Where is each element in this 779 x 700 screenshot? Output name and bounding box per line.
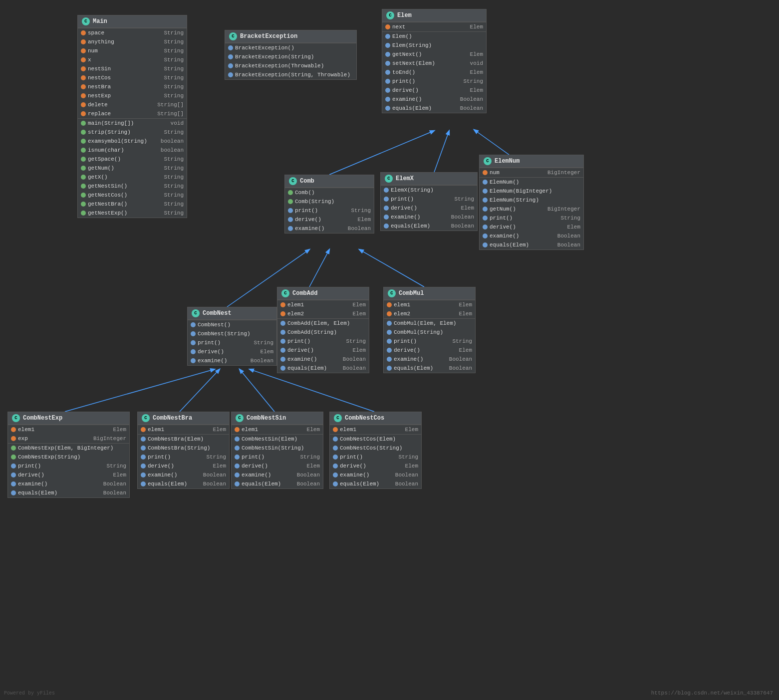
table-row: CombAdd(String) bbox=[277, 328, 369, 337]
table-row: CombMul(Elem, Elem) bbox=[384, 319, 475, 328]
table-row: nestSinString bbox=[78, 64, 187, 73]
table-row: nestExpString bbox=[78, 91, 187, 100]
table-row: derive()Elem bbox=[382, 86, 486, 95]
vis-icon bbox=[11, 446, 16, 451]
vis-icon bbox=[483, 216, 488, 221]
vis-icon bbox=[387, 302, 392, 307]
table-row: nestBraString bbox=[78, 82, 187, 91]
table-row: CombAdd(Elem, Elem) bbox=[277, 319, 369, 328]
vis-icon bbox=[141, 464, 146, 468]
class-comb-header: C Comb bbox=[285, 175, 374, 188]
vis-icon bbox=[81, 30, 86, 35]
vis-icon bbox=[333, 446, 338, 451]
class-combnestcos-fields: elem1Elem bbox=[330, 425, 421, 434]
vis-icon bbox=[333, 464, 338, 468]
vis-icon bbox=[81, 211, 86, 216]
table-row: examine()Boolean bbox=[285, 224, 374, 233]
vis-icon bbox=[81, 130, 86, 135]
vis-icon bbox=[228, 45, 233, 50]
class-combnestexp-title: CombNestExp bbox=[23, 415, 62, 422]
table-row: examine()Boolean bbox=[8, 479, 129, 488]
vis-icon bbox=[483, 170, 488, 175]
vis-icon bbox=[333, 481, 338, 486]
vis-icon bbox=[235, 464, 240, 468]
table-row: examsymbol(String)boolean bbox=[78, 137, 187, 146]
table-row: elem1Elem bbox=[330, 425, 421, 434]
vis-icon bbox=[387, 348, 392, 353]
table-row: getNum()String bbox=[78, 164, 187, 173]
table-row: print()String bbox=[188, 338, 276, 347]
class-icon-combnestbra: C bbox=[142, 414, 150, 422]
table-row: examine()Boolean bbox=[382, 95, 486, 104]
table-row: derive()Elem bbox=[138, 462, 229, 470]
class-main-methods: main(String[])void strip(String)String e… bbox=[78, 118, 187, 218]
vis-icon bbox=[235, 437, 240, 442]
table-row: examine()Boolean bbox=[381, 213, 477, 222]
vis-icon bbox=[288, 217, 293, 222]
class-combnestbra-title: CombNestBra bbox=[153, 415, 192, 422]
vis-icon bbox=[483, 225, 488, 230]
table-row: examine()Boolean bbox=[277, 355, 369, 364]
vis-icon bbox=[81, 111, 86, 116]
vis-icon bbox=[280, 302, 285, 307]
table-row: CombNestBra(String) bbox=[138, 444, 229, 453]
table-row: print()String bbox=[277, 337, 369, 346]
vis-icon bbox=[384, 197, 389, 202]
vis-icon bbox=[191, 349, 196, 354]
class-combadd-fields: elem1Elem elem2Elem bbox=[277, 300, 369, 318]
vis-icon bbox=[385, 61, 390, 66]
table-row: equals(Elem)Boolean bbox=[480, 240, 583, 249]
table-row: replaceString[] bbox=[78, 109, 187, 118]
vis-icon bbox=[387, 321, 392, 326]
class-combmul-title: CombMul bbox=[399, 290, 424, 297]
class-icon-elemx: C bbox=[385, 175, 393, 183]
table-row: getX()String bbox=[78, 173, 187, 182]
vis-icon bbox=[483, 233, 488, 238]
vis-icon bbox=[191, 322, 196, 327]
svg-line-4 bbox=[359, 249, 424, 287]
class-icon-combnestcos: C bbox=[334, 414, 342, 422]
vis-icon bbox=[81, 121, 86, 126]
class-combmul: C CombMul elem1Elem elem2Elem CombMul(El… bbox=[383, 287, 476, 373]
class-combadd: C CombAdd elem1Elem elem2Elem CombAdd(El… bbox=[277, 287, 369, 373]
class-combnestbra-methods: CombNestBra(Elem) CombNestBra(String) pr… bbox=[138, 434, 229, 488]
vis-icon bbox=[280, 366, 285, 371]
table-row: equals(Elem)Boolean bbox=[8, 488, 129, 497]
class-combnestexp-methods: CombNestExp(Elem, BigInteger) CombNestEx… bbox=[8, 443, 129, 497]
vis-icon bbox=[81, 184, 86, 189]
table-row: elem1Elem bbox=[277, 300, 369, 309]
class-combnestsin-fields: elem1Elem bbox=[232, 425, 323, 434]
vis-icon bbox=[387, 357, 392, 362]
class-combnestexp-fields: elem1Elem expBigInteger bbox=[8, 425, 129, 443]
table-row: CombNestExp(Elem, BigInteger) bbox=[8, 444, 129, 453]
vis-icon bbox=[141, 427, 146, 432]
table-row: elem1Elem bbox=[384, 300, 475, 309]
vis-icon bbox=[228, 54, 233, 59]
class-icon-combadd: C bbox=[281, 289, 289, 297]
class-combadd-header: C CombAdd bbox=[277, 287, 369, 300]
vis-icon bbox=[333, 472, 338, 477]
table-row: CombNestSin(String) bbox=[232, 444, 323, 453]
class-combmul-header: C CombMul bbox=[384, 287, 475, 300]
class-elem-fields: nextElem bbox=[382, 22, 486, 31]
table-row: Elem() bbox=[382, 32, 486, 41]
table-row: examine()Boolean bbox=[188, 356, 276, 365]
vis-icon bbox=[384, 215, 389, 220]
class-main-header: C Main bbox=[78, 15, 187, 28]
class-icon-comb: C bbox=[289, 177, 297, 185]
class-combnestsin-header: C CombNestSin bbox=[232, 412, 323, 425]
vis-icon bbox=[141, 455, 146, 460]
class-combnestcos: C CombNestCos elem1Elem CombNestCos(Elem… bbox=[329, 412, 422, 489]
table-row: setNext(Elem)void bbox=[382, 59, 486, 68]
vis-icon bbox=[280, 330, 285, 335]
table-row: CombNest() bbox=[188, 320, 276, 329]
vis-icon bbox=[81, 66, 86, 71]
class-combnestbra-fields: elem1Elem bbox=[138, 425, 229, 434]
table-row: getSpace()String bbox=[78, 155, 187, 164]
class-icon-combnest: C bbox=[192, 309, 200, 317]
class-icon-combnestsin: C bbox=[236, 414, 244, 422]
table-row: getNestExp()String bbox=[78, 209, 187, 218]
table-row: isnum(char)boolean bbox=[78, 146, 187, 155]
svg-line-8 bbox=[240, 369, 274, 412]
table-row: derive()Elem bbox=[232, 462, 323, 470]
